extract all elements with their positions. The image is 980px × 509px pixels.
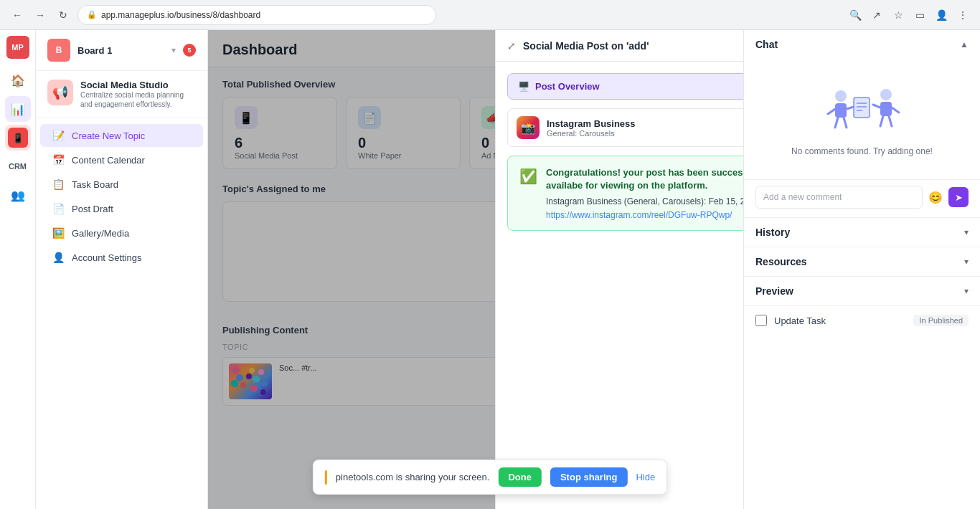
sidebar-icon-social[interactable]: 📱 (5, 125, 31, 151)
workspace-name: Board 1 (77, 45, 164, 56)
preview-title: Preview (755, 285, 793, 297)
studio-name: Social Media Studio (80, 80, 196, 90)
brand-icon[interactable]: MP (6, 36, 29, 59)
success-check-icon: ✅ (519, 168, 537, 220)
instagram-logo: 📸 (517, 116, 540, 139)
instagram-card: 📸 Instagram Business General: Carousels … (507, 108, 743, 147)
browser-chrome: ← → ↻ 🔒 app.manageplus.io/business/8/das… (0, 0, 980, 30)
sidebar-icon-users[interactable]: 👥 (5, 182, 31, 208)
browser-actions: 🔍 ↗ ☆ ▭ 👤 ⋮ (847, 6, 971, 24)
history-section-header[interactable]: History ▾ (744, 218, 980, 247)
chat-section: Chat ▲ (744, 30, 980, 218)
update-task-label: Update Task (774, 315, 906, 326)
nav-label-gallery-media: Gallery/Media (72, 228, 129, 239)
svg-rect-13 (835, 103, 847, 118)
emoji-button[interactable]: 😊 (928, 191, 943, 204)
studio-desc: Centralize social media planning and eng… (80, 90, 196, 109)
svg-line-25 (892, 108, 899, 113)
svg-line-16 (835, 118, 838, 128)
svg-rect-23 (880, 102, 892, 116)
modal-panel: ⤢ Social Media Post on 'add' ✕ 🖥️ Post O… (495, 30, 743, 509)
nav-item-content-calendar[interactable]: 📅 Content Calendar (40, 148, 203, 171)
modal-expand-icon[interactable]: ⤢ (507, 40, 516, 52)
share-text: pinetools.com is sharing your screen. (336, 472, 490, 482)
update-task-checkbox[interactable] (755, 315, 767, 326)
svg-line-26 (880, 116, 883, 126)
zoom-button[interactable]: 🔍 (847, 6, 864, 24)
svg-line-24 (873, 105, 880, 108)
success-message: Congratulations! your post has been succ… (546, 166, 743, 192)
no-comments-text: No comments found. Try adding one! (791, 146, 933, 156)
update-task-row: Update Task In Published (744, 306, 980, 335)
success-link[interactable]: https://www.instagram.com/reel/DGFuw-RPQ… (546, 210, 732, 220)
forward-button[interactable]: → (32, 6, 49, 24)
screen-share-bar: pinetools.com is sharing your screen. Do… (313, 460, 667, 495)
nav-item-gallery-media[interactable]: 🖼️ Gallery/Media (40, 222, 203, 244)
preview-chevron-icon: ▾ (964, 286, 969, 296)
svg-line-27 (889, 116, 892, 126)
sidebar-toggle[interactable]: ▭ (911, 6, 928, 24)
resources-section-header[interactable]: Resources ▾ (744, 247, 980, 276)
svg-point-12 (835, 90, 847, 102)
menu-button[interactable]: ⋮ (954, 6, 971, 24)
workspace-chevron-icon: ▾ (171, 45, 176, 55)
post-overview-label: Post Overview (535, 81, 600, 92)
nav-label-account-settings: Account Settings (72, 252, 142, 263)
studio-logo: 📢 (47, 80, 73, 105)
sidebar-icon-crm[interactable]: CRM (5, 153, 31, 179)
comment-input[interactable] (755, 186, 923, 209)
done-button[interactable]: Done (498, 467, 542, 487)
post-overview-icon: 🖥️ (518, 81, 529, 92)
post-overview-button[interactable]: 🖥️ Post Overview (507, 73, 743, 100)
instagram-account-name: Instagram Business (547, 118, 743, 129)
modal-title: Social Media Post on 'add' (523, 40, 743, 52)
nav-label-task-board: Task Board (72, 179, 118, 190)
share-indicator (325, 470, 327, 485)
workspace-logo: B (47, 39, 70, 62)
comment-input-row: 😊 ➤ (744, 179, 980, 217)
svg-line-14 (828, 109, 835, 114)
send-button[interactable]: ➤ (948, 187, 969, 207)
calendar-icon: 📅 (52, 154, 65, 166)
nav-items: 📝 Create New Topic 📅 Content Calendar 📋 … (36, 118, 207, 509)
icon-sidebar: MP 🏠 📊 📱 CRM 👥 (0, 30, 36, 509)
svg-rect-18 (854, 97, 870, 118)
refresh-button[interactable]: ↻ (55, 6, 72, 24)
history-section: History ▾ (744, 218, 980, 247)
update-task-status: In Published (913, 315, 969, 326)
draft-icon: 📄 (52, 203, 65, 214)
preview-section: Preview ▾ (744, 277, 980, 306)
chat-section-header[interactable]: Chat ▲ (744, 30, 980, 59)
settings-icon: 👤 (52, 252, 65, 263)
back-button[interactable]: ← (9, 6, 26, 24)
nav-item-account-settings[interactable]: 👤 Account Settings (40, 246, 203, 269)
nav-item-create-new-topic[interactable]: 📝 Create New Topic (40, 124, 203, 147)
bookmark-button[interactable]: ☆ (890, 6, 907, 24)
sidebar-icon-home[interactable]: 🏠 (5, 67, 31, 93)
chat-chevron-icon: ▲ (960, 39, 969, 49)
address-bar[interactable]: 🔒 app.manageplus.io/business/8/dashboard (77, 5, 436, 25)
gallery-icon: 🖼️ (52, 227, 65, 239)
svg-line-15 (847, 107, 854, 109)
nav-item-post-draft[interactable]: 📄 Post Draft (40, 197, 203, 220)
nav-item-task-board[interactable]: 📋 Task Board (40, 173, 203, 196)
sidebar-icon-analytics[interactable]: 📊 (5, 96, 31, 122)
nav-label-create-new-topic: Create New Topic (72, 130, 145, 141)
stop-sharing-button[interactable]: Stop sharing (550, 467, 627, 487)
topic-icon: 📝 (52, 130, 65, 141)
history-chevron-icon: ▾ (964, 227, 969, 237)
modal-header: ⤢ Social Media Post on 'add' ✕ (496, 30, 743, 62)
share-button[interactable]: ↗ (868, 6, 885, 24)
success-meta: Instagram Business (General, Carousels):… (546, 196, 743, 206)
lock-icon: 🔒 (87, 10, 97, 19)
instagram-account-sub: General: Carousels (547, 129, 743, 138)
taskboard-icon: 📋 (52, 179, 65, 190)
hide-button[interactable]: Hide (636, 472, 655, 482)
preview-section-header[interactable]: Preview ▾ (744, 277, 980, 305)
notification-badge: 5 (183, 44, 196, 57)
profile-button[interactable]: 👤 (933, 6, 950, 24)
nav-label-content-calendar: Content Calendar (72, 155, 145, 166)
svg-point-22 (880, 89, 892, 100)
nav-label-post-draft: Post Draft (72, 204, 113, 214)
chat-title: Chat (755, 39, 778, 50)
